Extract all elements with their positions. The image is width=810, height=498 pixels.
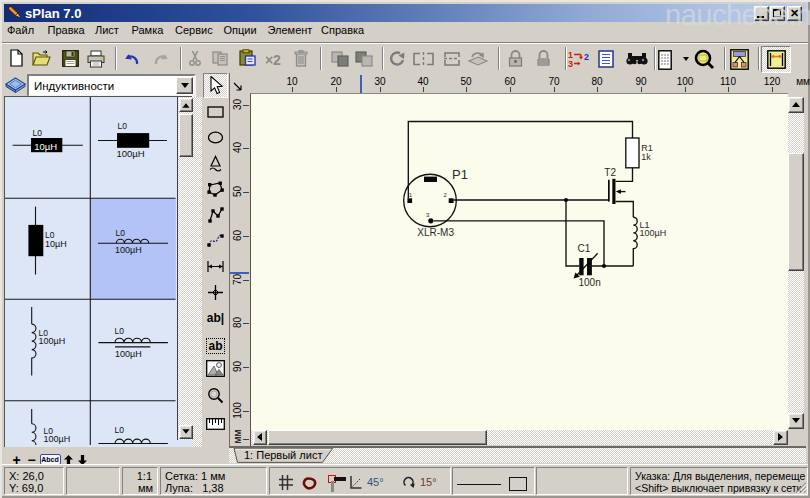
svg-text:100µH: 100µH xyxy=(115,245,142,255)
svg-text:3: 3 xyxy=(426,212,430,218)
svg-text:2: 2 xyxy=(584,52,589,62)
svg-text:L0: L0 xyxy=(116,228,126,238)
svg-text:2: 2 xyxy=(443,192,447,198)
svg-text:100n: 100n xyxy=(578,277,600,288)
svg-text:P1: P1 xyxy=(452,167,468,182)
svg-text:L0: L0 xyxy=(115,326,125,336)
svg-text:1k: 1k xyxy=(641,152,651,162)
svg-text:10µH: 10µH xyxy=(45,239,67,249)
svg-text:L0: L0 xyxy=(115,425,125,435)
svg-text:100µH: 100µH xyxy=(115,349,142,359)
svg-text:L0: L0 xyxy=(118,121,128,131)
svg-text:1: 1 xyxy=(408,192,412,198)
svg-text:100µH: 100µH xyxy=(117,148,145,159)
svg-text:XLR-M3: XLR-M3 xyxy=(417,227,454,238)
svg-text:100µH: 100µH xyxy=(39,336,66,346)
svg-text:100µH: 100µH xyxy=(639,228,666,238)
svg-text:T2: T2 xyxy=(604,167,616,178)
svg-text:100µH: 100µH xyxy=(44,434,71,444)
svg-text:10µH: 10µH xyxy=(34,141,57,152)
svg-text:L0: L0 xyxy=(33,128,43,138)
svg-text:C1: C1 xyxy=(577,243,590,254)
svg-text:3: 3 xyxy=(568,59,573,68)
